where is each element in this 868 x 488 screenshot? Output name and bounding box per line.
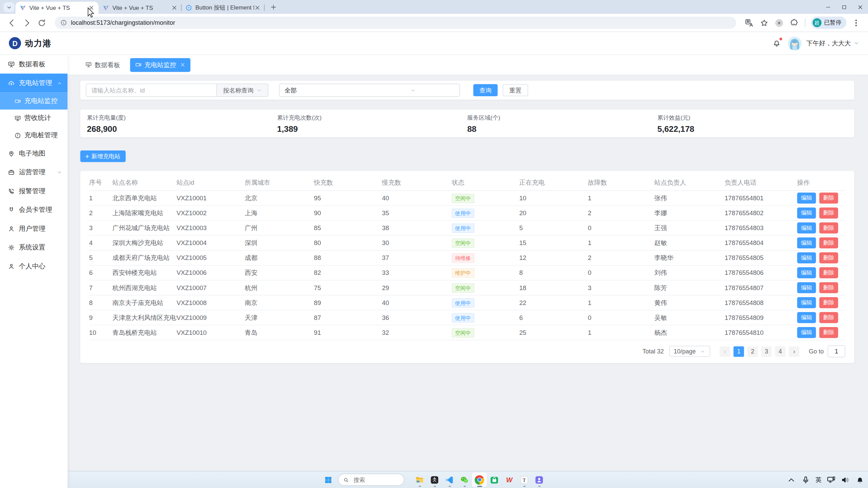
sidebar-subitem[interactable]: 充电站监控 [0, 93, 67, 110]
browser-tab[interactable]: Button 按钮 | Element Plus [182, 2, 265, 14]
window-minimize-button[interactable] [820, 0, 836, 14]
taskbar-app[interactable] [412, 472, 427, 487]
search-type-select[interactable]: 按名称查询 [216, 84, 268, 96]
speaker-icon[interactable] [841, 475, 850, 485]
close-x-icon[interactable] [180, 62, 185, 67]
add-station-button[interactable]: + 新增充电站 [80, 150, 125, 162]
reload-button[interactable] [37, 18, 46, 27]
network-display-icon[interactable] [827, 475, 836, 485]
taskbar-app[interactable] [532, 472, 547, 487]
page-number-button[interactable]: 4 [775, 346, 786, 357]
taskbar-search[interactable] [338, 474, 405, 486]
sidebar-item[interactable]: 用户管理 [0, 219, 67, 238]
close-x-icon[interactable] [171, 4, 178, 11]
browser-tab[interactable]: Vite + Vue + TS [16, 2, 99, 14]
cell-charging: 25 [519, 325, 588, 340]
delete-button[interactable]: 删除 [819, 327, 838, 338]
delete-button[interactable]: 删除 [819, 282, 838, 293]
notification-bell-icon[interactable] [855, 475, 865, 485]
station-search-input[interactable] [86, 84, 217, 96]
address-bar[interactable]: localhost:5173/chargingstation/monitor [55, 17, 736, 29]
table-row: 5成都天府广场充电站VXZ10005成都8837待维修122李晓华1787655… [89, 250, 845, 265]
taskbar-app[interactable] [487, 472, 502, 487]
delete-button[interactable]: 删除 [819, 312, 838, 323]
delete-button[interactable]: 删除 [819, 252, 838, 263]
edit-button[interactable]: 编辑 [797, 312, 816, 323]
browser-tab[interactable]: Vite + Vue + TS [99, 2, 182, 14]
edit-button[interactable]: 编辑 [797, 207, 816, 219]
sidebar-item[interactable]: 个人中心 [0, 257, 67, 276]
start-button[interactable] [321, 473, 335, 486]
taskbar-app[interactable] [442, 472, 457, 487]
taskbar-app[interactable]: W [502, 472, 517, 487]
bookmark-star-icon[interactable] [759, 18, 769, 27]
page-size-select[interactable]: 10/page [669, 346, 710, 357]
edit-button[interactable]: 编辑 [797, 282, 816, 293]
ime-indicator[interactable]: 英 [815, 475, 822, 484]
cell-name: 西安钟楼充电站 [112, 265, 176, 280]
new-tab-button[interactable] [268, 2, 279, 13]
chevron-up-icon[interactable] [787, 475, 796, 485]
site-info-icon[interactable] [60, 19, 67, 26]
taskbar-app[interactable] [457, 472, 472, 487]
page-number-button[interactable]: 2 [747, 346, 758, 357]
scope-select[interactable]: 全部 [279, 84, 460, 97]
edit-button[interactable]: 编辑 [797, 327, 816, 338]
sidebar-item[interactable]: 运营管理 [0, 163, 67, 182]
user-avatar[interactable] [787, 36, 801, 50]
delete-button[interactable]: 删除 [819, 222, 838, 233]
extension-radar-icon[interactable] [774, 18, 784, 27]
cell-phone: 17876554809 [725, 310, 797, 325]
extensions-puzzle-icon[interactable] [789, 18, 798, 27]
reset-button[interactable]: 重置 [502, 84, 528, 96]
edit-button[interactable]: 编辑 [797, 297, 816, 308]
sidebar-item[interactable]: 系统设置 [0, 238, 67, 257]
chevron-down-icon[interactable] [854, 40, 859, 46]
sidebar-item[interactable]: 会员卡管理 [0, 200, 67, 219]
cell-no: 7 [89, 280, 113, 295]
sidebar-subitem[interactable]: 充电桩管理 [0, 127, 67, 144]
edit-button[interactable]: 编辑 [797, 222, 816, 233]
tab-search-button[interactable] [3, 2, 15, 12]
cell-slow: 29 [382, 280, 452, 295]
prev-page-button[interactable]: ‹ [720, 346, 730, 357]
cell-status: 空闲中 [452, 236, 519, 250]
page-tab[interactable]: 数据看板 [80, 58, 125, 72]
query-button[interactable]: 查询 [473, 84, 498, 96]
window-maximize-button[interactable] [836, 0, 852, 14]
cell-faults: 0 [588, 310, 654, 325]
edit-button[interactable]: 编辑 [797, 237, 816, 248]
delete-button[interactable]: 删除 [819, 297, 838, 308]
goto-page-input[interactable] [828, 345, 845, 358]
sidebar-item[interactable]: 报警管理 [0, 182, 67, 201]
sidebar-item[interactable]: 数据看板 [0, 55, 67, 74]
delete-button[interactable]: 删除 [819, 237, 838, 248]
taskbar-app[interactable]: T [517, 472, 532, 487]
taskbar-app[interactable] [472, 472, 487, 487]
next-page-button[interactable]: › [789, 346, 800, 357]
microphone-icon[interactable] [801, 475, 810, 485]
edit-button[interactable]: 编辑 [797, 192, 816, 204]
profile-chip[interactable]: 超 已暂停 [811, 17, 846, 29]
page-tab[interactable]: 充电站监控 [130, 58, 190, 72]
notification-bell-button[interactable] [772, 39, 781, 47]
delete-button[interactable]: 删除 [819, 192, 838, 204]
back-button[interactable] [7, 18, 17, 27]
delete-button[interactable]: 删除 [819, 207, 838, 219]
delete-button[interactable]: 删除 [819, 267, 838, 279]
browser-menu-kebab-icon[interactable] [851, 18, 861, 27]
sidebar-item[interactable]: 充电站管理 [0, 74, 67, 93]
translate-icon[interactable] [744, 18, 754, 27]
page-number-button[interactable]: 1 [733, 346, 744, 357]
close-x-icon[interactable] [254, 4, 261, 11]
sidebar-item[interactable]: 电子地图 [0, 144, 67, 163]
taskbar-app[interactable] [427, 472, 442, 487]
edit-button[interactable]: 编辑 [797, 252, 816, 263]
forward-button[interactable] [22, 18, 32, 27]
window-close-button[interactable] [852, 0, 868, 14]
page-number-button[interactable]: 3 [761, 346, 772, 357]
taskbar-search-input[interactable] [352, 476, 399, 484]
cell-no: 9 [89, 310, 113, 325]
edit-button[interactable]: 编辑 [797, 267, 816, 279]
sidebar-subitem[interactable]: 营收统计 [0, 109, 67, 127]
